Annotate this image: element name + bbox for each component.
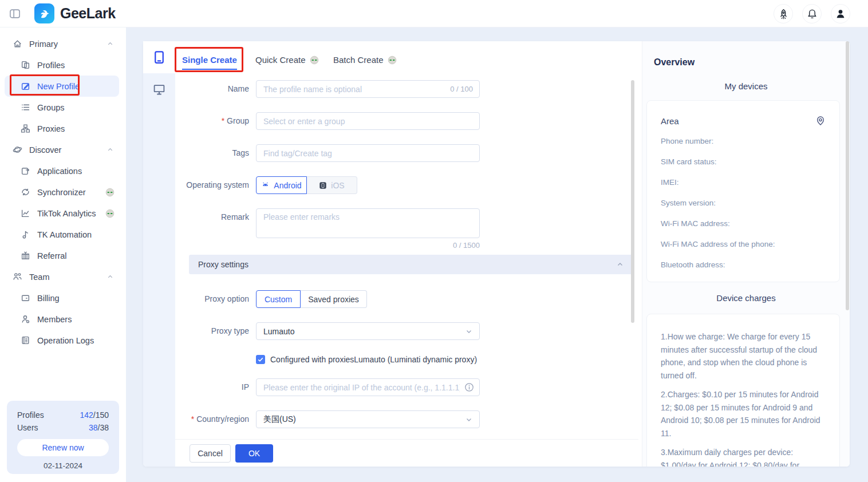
form-footer: Cancel OK: [175, 439, 638, 467]
tab-cloud-phone[interactable]: [143, 41, 175, 73]
cancel-button[interactable]: Cancel: [190, 444, 231, 463]
tab-single-create[interactable]: Single Create: [182, 55, 237, 70]
brand-logo[interactable]: GeeLark: [34, 3, 116, 23]
brand-logo-icon: [34, 3, 54, 23]
proxy-type-select[interactable]: Lumauto: [256, 322, 480, 340]
tab-label: Single Create: [182, 55, 237, 70]
tab-batch-create[interactable]: Batch Create: [333, 55, 397, 65]
sidebar-item-label: Synchronizer: [37, 188, 86, 197]
discover-globe-icon: [13, 145, 22, 155]
form-scrollbar[interactable]: [631, 80, 634, 323]
sidebar-group-discover[interactable]: Discover: [0, 139, 126, 160]
sidebar-item-label: TK Automation: [37, 230, 92, 239]
remark-field-wrap: [256, 208, 480, 238]
device-type-strip: [143, 41, 175, 467]
proxy-option-saved-button[interactable]: Saved proxies: [301, 290, 367, 308]
overview-title: Overview: [654, 57, 695, 68]
avatar[interactable]: [831, 4, 850, 23]
tab-quick-create[interactable]: Quick Create: [255, 55, 319, 65]
os-ios-label: iOS: [331, 181, 344, 190]
chevron-down-icon: [465, 328, 472, 335]
chevron-up-icon: [107, 41, 113, 47]
proxy-checkbox-label: Configured with proxiesLumauto (Luminati…: [270, 355, 477, 364]
users-total-count: /38: [98, 423, 109, 432]
overview-panel: Overview My devices Area Phone number: S…: [642, 41, 850, 467]
os-ios-button[interactable]: iOS: [307, 176, 357, 194]
location-pin-icon[interactable]: [815, 116, 826, 126]
proxy-option-label: Proxy option: [143, 290, 249, 308]
page-scrollbar[interactable]: [846, 41, 849, 310]
sidebar-group-label: Primary: [29, 39, 58, 49]
sidebar-collapse-icon[interactable]: [9, 8, 21, 19]
tab-label: Batch Create: [333, 55, 384, 65]
profiles-icon: [21, 60, 30, 70]
chevron-down-icon: [465, 416, 472, 423]
sidebar-item-label: Operation Logs: [37, 336, 94, 345]
plan-expiry-date: 02-11-2024: [17, 461, 109, 470]
proxy-option-segmented-control: Custom Saved proxies: [256, 290, 367, 308]
name-input[interactable]: [256, 80, 480, 98]
sidebar-item-label: Groups: [37, 103, 65, 112]
brand-name: GeeLark: [60, 5, 116, 22]
proxy-option-saved-label: Saved proxies: [308, 295, 359, 304]
proxies-network-icon: [21, 124, 30, 133]
proxy-option-custom-label: Custom: [265, 295, 292, 304]
member-person-icon: [21, 314, 30, 324]
sidebar-item-tiktok-analytics[interactable]: TikTok Analytics: [0, 203, 126, 224]
ok-button[interactable]: OK: [235, 444, 273, 463]
bell-icon[interactable]: [802, 4, 822, 23]
os-android-label: Android: [274, 181, 301, 190]
sidebar-item-profiles[interactable]: Profiles: [0, 54, 126, 76]
sidebar-item-billing[interactable]: Billing: [0, 287, 126, 309]
sidebar-item-label: Applications: [37, 167, 82, 176]
proxy-option-custom-button[interactable]: Custom: [256, 290, 301, 308]
info-icon[interactable]: [464, 382, 474, 392]
sidebar-item-referral[interactable]: Referral: [0, 245, 126, 266]
device-field: SIM card status:: [661, 156, 826, 167]
sidebar-item-label: TikTok Analytics: [37, 209, 96, 218]
device-field: Bluetooth address:: [661, 259, 826, 270]
ip-input[interactable]: [256, 378, 480, 396]
tags-input[interactable]: [256, 144, 480, 162]
sidebar-item-label: Billing: [37, 294, 60, 303]
groups-list-icon: [21, 102, 30, 112]
sidebar-item-tk-automation[interactable]: TK Automation: [0, 224, 126, 245]
required-marker: *: [191, 414, 194, 424]
sidebar-item-operation-logs[interactable]: Operation Logs: [0, 330, 126, 351]
sidebar-item-groups[interactable]: Groups: [0, 97, 126, 118]
remark-textarea[interactable]: [256, 208, 480, 238]
renew-now-button[interactable]: Renew now: [17, 439, 109, 456]
sidebar-group-primary[interactable]: Primary: [0, 33, 126, 54]
sidebar-item-members[interactable]: Members: [0, 309, 126, 330]
checkbox-checked[interactable]: [256, 355, 265, 364]
sidebar-item-new-profile[interactable]: New Profile: [5, 76, 119, 97]
charges-paragraph: 3.Maximum daily charges per device: $1.0…: [661, 446, 826, 467]
sidebar-group-team[interactable]: Team: [0, 266, 126, 287]
country-region-select[interactable]: 美国(US): [256, 410, 480, 428]
rocket-icon[interactable]: [774, 4, 793, 23]
os-segmented-control: Android iOS: [256, 176, 357, 194]
device-field: IMEI:: [661, 177, 826, 188]
sidebar: Primary Profiles New Profile Groups Prox…: [0, 27, 126, 482]
billing-card-icon: [21, 293, 30, 303]
premium-badge-icon: [105, 188, 115, 197]
device-field: Phone number:: [661, 136, 826, 147]
required-marker: *: [222, 116, 224, 125]
sidebar-item-label: Profiles: [37, 61, 65, 70]
users-usage-label: Users: [17, 421, 38, 434]
premium-badge-icon: [310, 56, 319, 65]
sidebar-item-applications[interactable]: Applications: [0, 160, 126, 181]
group-label: Group: [227, 116, 249, 125]
home-icon: [13, 39, 22, 49]
android-icon: [261, 181, 270, 189]
name-char-counter: 0 / 100: [450, 80, 473, 98]
os-android-button[interactable]: Android: [256, 176, 307, 194]
proxy-settings-section-header[interactable]: Proxy settings: [189, 255, 633, 274]
group-input[interactable]: [256, 112, 480, 130]
sidebar-item-proxies[interactable]: Proxies: [0, 118, 126, 139]
chevron-up-icon: [107, 274, 113, 280]
ip-label: IP: [143, 378, 249, 396]
sidebar-item-synchronizer[interactable]: Synchronizer: [0, 181, 126, 203]
sidebar-item-label: Referral: [37, 251, 67, 260]
profiles-usage-row: Profiles 142/150: [17, 409, 109, 421]
